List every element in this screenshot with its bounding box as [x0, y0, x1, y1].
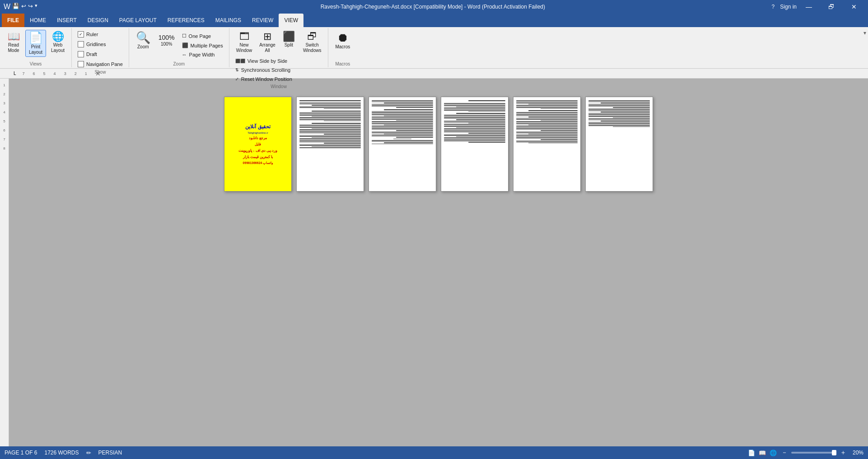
title-bar: W 💾 ↩ ↪ ▾ Ravesh-Tahghigh-Cheguneh-Ast.d…	[0, 0, 868, 14]
tab-design[interactable]: DESIGN	[82, 14, 114, 27]
gridlines-check-icon	[78, 41, 84, 47]
macros-group: ⏺ Macros Macros	[328, 28, 357, 67]
zoom-out-icon[interactable]: －	[781, 449, 788, 457]
undo-icon[interactable]: ↩	[21, 3, 26, 11]
page-3-content	[369, 97, 436, 191]
minimize-button[interactable]: —	[798, 0, 819, 14]
zoom-group: 🔍 Zoom 100% 100% ☐ One Page ⬛ Multiple P…	[129, 28, 229, 67]
page-indicator[interactable]: PAGE 1 OF 6	[5, 450, 37, 456]
help-icon[interactable]: ?	[772, 4, 775, 10]
web-layout-button[interactable]: 🌐 WebLayout	[48, 30, 68, 55]
sync-scrolling-icon: ⇅	[235, 68, 239, 72]
gridlines-checkbox[interactable]: Gridlines	[75, 40, 108, 49]
zoom-button[interactable]: 🔍 Zoom	[133, 30, 154, 52]
multiple-pages-icon: ⬛	[182, 42, 188, 48]
status-bar: PAGE 1 OF 6 1726 WORDS ✏ PERSIAN 📄 📖 🌐 －…	[0, 446, 868, 459]
read-mode-button[interactable]: 📖 ReadMode	[4, 30, 23, 55]
web-view-icon[interactable]: 🌐	[769, 448, 778, 457]
table-row[interactable]	[513, 97, 581, 192]
one-page-icon: ☐	[182, 33, 187, 39]
show-group-label: Show	[75, 69, 125, 75]
table-row[interactable]	[296, 97, 364, 192]
title-bar-icons: W 💾 ↩ ↪ ▾	[4, 3, 37, 11]
macros-button[interactable]: ⏺ Macros	[332, 30, 353, 52]
tab-mailings[interactable]: MAILINGS	[210, 14, 247, 27]
tab-home[interactable]: HOME	[24, 14, 51, 27]
read-mode-icon: 📖	[8, 32, 20, 42]
views-group: 📖 ReadMode 📄 PrintLayout 🌐 WebLayout Vie…	[0, 28, 72, 67]
ad-phone: واتساپ 09981366624	[243, 161, 273, 165]
restore-button[interactable]: 🗗	[821, 0, 842, 14]
edit-mode-icon[interactable]: ✏	[86, 450, 91, 456]
table-row[interactable]	[441, 97, 509, 192]
one-page-button[interactable]: ☐ One Page	[180, 32, 225, 40]
reset-window-icon: ⤢	[235, 77, 239, 81]
language-indicator[interactable]: PERSIAN	[98, 450, 122, 456]
view-mode-icons: 📄 📖 🌐	[747, 448, 778, 457]
zoom-percent[interactable]: 20%	[850, 450, 863, 456]
page-4-content	[441, 97, 508, 191]
table-row[interactable]: تحقیق آنلاین Tahghighonline.ir مرجع دانل…	[224, 97, 292, 192]
split-button[interactable]: ⬛ Split	[280, 30, 298, 55]
switch-windows-button[interactable]: 🗗 SwitchWindows	[300, 30, 325, 55]
tab-review[interactable]: REVIEW	[247, 14, 279, 27]
ad-sub4: با کمترین قیمت بازار	[243, 155, 273, 159]
ad-sub2: فایل	[255, 142, 261, 147]
ruler-checkbox[interactable]: Ruler	[75, 30, 100, 39]
tab-page-layout[interactable]: PAGE LAYOUT	[114, 14, 162, 27]
ribbon-tab-bar: FILE HOME INSERT DESIGN PAGE LAYOUT REFE…	[0, 14, 868, 27]
views-group-label: Views	[4, 61, 68, 66]
tab-insert[interactable]: INSERT	[51, 14, 82, 27]
multiple-pages-button[interactable]: ⬛ Multiple Pages	[180, 41, 225, 50]
read-view-icon[interactable]: 📖	[758, 448, 767, 457]
print-layout-icon: 📄	[28, 32, 43, 43]
nav-pane-checkbox[interactable]: Navigation Pane	[75, 60, 125, 69]
reset-window-button[interactable]: ⤢ Reset Window Position	[233, 75, 298, 83]
vertical-ruler: 1 2 3 4 5 6 7 8	[0, 79, 9, 446]
print-layout-button[interactable]: 📄 PrintLayout	[25, 30, 46, 57]
customize-icon[interactable]: ▾	[35, 3, 37, 11]
page-width-button[interactable]: ↔ Page Width	[180, 51, 225, 59]
save-icon[interactable]: 💾	[12, 3, 19, 11]
document-area: 1 2 3 4 5 6 7 8 تحقیق آنلاین Tahghighonl…	[0, 79, 868, 446]
ruler-left-marker: L	[14, 71, 16, 76]
macros-group-label: Macros	[332, 61, 353, 66]
draft-checkbox[interactable]: Draft	[75, 50, 99, 59]
tab-references[interactable]: REFERENCES	[162, 14, 210, 27]
window-group: 🗔 NewWindow ⊞ ArrangeAll ⬛ Split ⬛⬛	[229, 28, 329, 67]
zoom-100-icon: 100%	[159, 34, 175, 41]
page-5-content	[513, 97, 580, 191]
ad-sub1: مرجع دانلـود	[249, 136, 267, 141]
split-icon: ⬛	[283, 32, 295, 42]
table-row[interactable]	[369, 97, 436, 192]
zoom-in-icon[interactable]: ＋	[840, 449, 846, 457]
zoom-group-label: Zoom	[133, 61, 225, 66]
print-view-icon[interactable]: 📄	[747, 448, 756, 457]
tab-view[interactable]: VIEW	[279, 14, 303, 27]
nav-pane-check-icon	[78, 61, 84, 67]
web-layout-icon: 🌐	[52, 32, 64, 42]
switch-windows-icon: 🗗	[307, 32, 317, 42]
signin-link[interactable]: Sign in	[780, 4, 797, 10]
ruler-check-icon	[78, 31, 84, 37]
status-left: PAGE 1 OF 6 1726 WORDS ✏ PERSIAN	[5, 450, 122, 456]
view-side-by-side-button[interactable]: ⬛⬛ View Side by Side	[233, 57, 298, 65]
new-window-icon: 🗔	[239, 32, 249, 42]
arrange-all-button[interactable]: ⊞ ArrangeAll	[256, 30, 279, 55]
show-group: Ruler Gridlines Draft Navigation Pane Sh…	[72, 28, 129, 67]
sync-scrolling-button[interactable]: ⇅ Synchronous Scrolling	[233, 66, 298, 74]
zoom-100-button[interactable]: 100% 100%	[155, 30, 178, 49]
word-count[interactable]: 1726 WORDS	[44, 450, 79, 456]
table-row[interactable]	[585, 97, 653, 192]
ribbon-expand-icon[interactable]: ▾	[863, 30, 866, 36]
redo-icon[interactable]: ↪	[28, 3, 33, 11]
draft-check-icon	[78, 51, 84, 57]
horizontal-ruler: L 7 6 5 4 3 2 1 ✕	[0, 69, 868, 79]
tab-file[interactable]: FILE	[2, 14, 24, 27]
word-logo-icon: W	[4, 3, 10, 11]
close-button[interactable]: ✕	[844, 0, 864, 14]
new-window-button[interactable]: 🗔 NewWindow	[233, 30, 256, 55]
view-side-by-side-icon: ⬛⬛	[235, 59, 245, 63]
zoom-slider[interactable]	[791, 452, 836, 454]
arrange-all-icon: ⊞	[263, 32, 271, 42]
